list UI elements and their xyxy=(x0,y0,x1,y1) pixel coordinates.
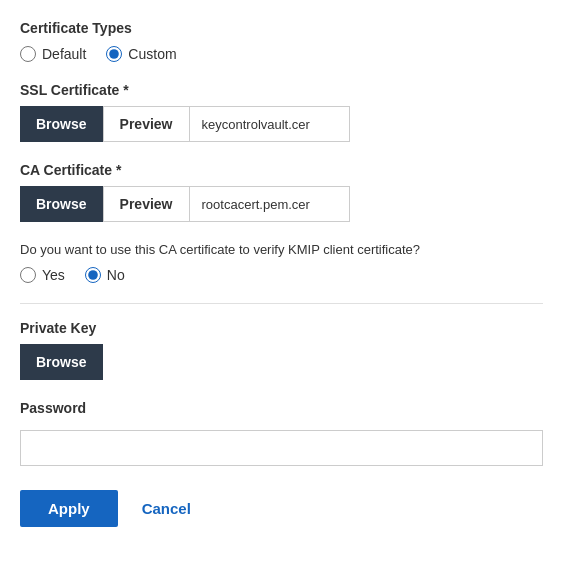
radio-no-label: No xyxy=(107,267,125,283)
private-key-file-row: Browse xyxy=(20,344,543,380)
ssl-certificate-section: SSL Certificate * Browse Preview keycont… xyxy=(20,82,543,142)
kmip-question-text: Do you want to use this CA certificate t… xyxy=(20,242,543,257)
password-label: Password xyxy=(20,400,543,416)
radio-custom-label: Custom xyxy=(128,46,176,62)
password-input[interactable] xyxy=(20,430,543,466)
kmip-radio-group: Yes No xyxy=(20,267,543,283)
ca-file-name: rootcacert.pem.cer xyxy=(190,186,350,222)
radio-option-default[interactable]: Default xyxy=(20,46,86,62)
ca-browse-button[interactable]: Browse xyxy=(20,186,103,222)
ca-certificate-label: CA Certificate * xyxy=(20,162,543,178)
radio-yes-label: Yes xyxy=(42,267,65,283)
radio-option-yes[interactable]: Yes xyxy=(20,267,65,283)
private-key-label: Private Key xyxy=(20,320,543,336)
radio-custom[interactable] xyxy=(106,46,122,62)
private-key-section: Private Key Browse xyxy=(20,320,543,380)
cancel-button[interactable]: Cancel xyxy=(134,490,199,527)
certificate-types-radio-group: Default Custom xyxy=(20,46,543,62)
action-row: Apply Cancel xyxy=(20,490,543,527)
radio-no[interactable] xyxy=(85,267,101,283)
ssl-browse-button[interactable]: Browse xyxy=(20,106,103,142)
ssl-certificate-file-row: Browse Preview keycontrolvault.cer xyxy=(20,106,543,142)
private-key-browse-button[interactable]: Browse xyxy=(20,344,103,380)
ca-preview-button[interactable]: Preview xyxy=(103,186,190,222)
radio-yes[interactable] xyxy=(20,267,36,283)
certificate-types-label: Certificate Types xyxy=(20,20,543,36)
password-section: Password xyxy=(20,400,543,466)
ssl-file-name: keycontrolvault.cer xyxy=(190,106,350,142)
certificate-types-section: Certificate Types Default Custom xyxy=(20,20,543,62)
section-divider xyxy=(20,303,543,304)
ca-certificate-file-row: Browse Preview rootcacert.pem.cer xyxy=(20,186,543,222)
radio-option-custom[interactable]: Custom xyxy=(106,46,176,62)
kmip-question-section: Do you want to use this CA certificate t… xyxy=(20,242,543,283)
ssl-preview-button[interactable]: Preview xyxy=(103,106,190,142)
ca-certificate-section: CA Certificate * Browse Preview rootcace… xyxy=(20,162,543,222)
radio-default[interactable] xyxy=(20,46,36,62)
apply-button[interactable]: Apply xyxy=(20,490,118,527)
ssl-certificate-label: SSL Certificate * xyxy=(20,82,543,98)
radio-option-no[interactable]: No xyxy=(85,267,125,283)
radio-default-label: Default xyxy=(42,46,86,62)
